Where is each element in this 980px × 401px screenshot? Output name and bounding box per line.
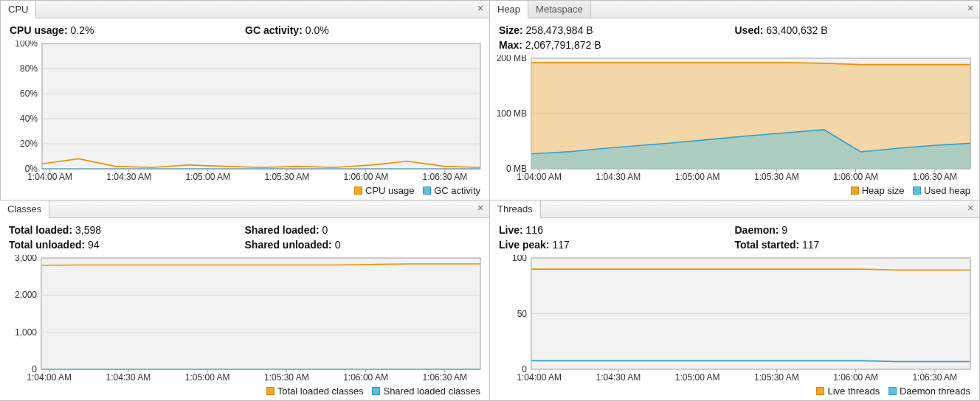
svg-text:1:06:30 AM: 1:06:30 AM bbox=[422, 172, 467, 182]
legend-item: Live threads bbox=[816, 386, 880, 397]
panel-heap: Heap Metaspace × Size: 258,473,984 B Use… bbox=[489, 0, 980, 200]
legend-classes: Total loaded classes Shared loaded class… bbox=[0, 384, 489, 400]
chart-threads: 0501001:04:00 AM1:04:30 AM1:05:00 AM1:05… bbox=[496, 255, 973, 383]
svg-text:3,000: 3,000 bbox=[15, 255, 37, 263]
stats-heap: Size: 258,473,984 B Used: 63,400,632 B M… bbox=[490, 18, 979, 55]
swatch-icon bbox=[423, 186, 431, 195]
swatch-icon bbox=[816, 387, 824, 395]
svg-text:1:04:00 AM: 1:04:00 AM bbox=[27, 172, 72, 182]
stat-cpu-usage: CPU usage: 0.2% bbox=[10, 23, 245, 38]
svg-text:1:06:00 AM: 1:06:00 AM bbox=[833, 372, 878, 383]
stat-live-peak: Live peak: 117 bbox=[499, 237, 735, 252]
tab-threads[interactable]: Threads bbox=[490, 200, 541, 218]
svg-text:1:05:30 AM: 1:05:30 AM bbox=[264, 372, 309, 383]
svg-text:1:04:00 AM: 1:04:00 AM bbox=[27, 372, 72, 383]
chart-heap: 0 MB100 MB200 MB1:04:00 AM1:04:30 AM1:05… bbox=[496, 55, 973, 182]
stat-shared-unloaded: Shared unloaded: 0 bbox=[245, 237, 481, 252]
svg-rect-0 bbox=[42, 43, 480, 169]
tabbar-classes: Classes × bbox=[0, 200, 489, 218]
legend-item: Total loaded classes bbox=[266, 386, 364, 397]
svg-text:100%: 100% bbox=[15, 41, 38, 49]
svg-text:1:06:00 AM: 1:06:00 AM bbox=[833, 172, 878, 182]
swatch-icon bbox=[266, 387, 275, 395]
svg-text:20%: 20% bbox=[20, 139, 38, 149]
svg-text:1:05:00 AM: 1:05:00 AM bbox=[675, 372, 720, 383]
svg-text:1:04:30 AM: 1:04:30 AM bbox=[596, 372, 641, 383]
swatch-icon bbox=[888, 387, 897, 395]
svg-text:1:05:30 AM: 1:05:30 AM bbox=[264, 172, 309, 182]
close-icon[interactable]: × bbox=[475, 3, 486, 15]
legend-item: Heap size bbox=[851, 185, 905, 196]
stat-live: Live: 116 bbox=[499, 223, 735, 237]
swatch-icon bbox=[913, 186, 921, 195]
svg-text:80%: 80% bbox=[20, 63, 38, 74]
tab-heap[interactable]: Heap bbox=[490, 1, 528, 18]
svg-text:1:05:30 AM: 1:05:30 AM bbox=[754, 372, 799, 383]
svg-text:1:06:30 AM: 1:06:30 AM bbox=[912, 172, 957, 182]
stat-total-unloaded: Total unloaded: 94 bbox=[9, 237, 245, 252]
stats-cpu: CPU usage: 0.2% GC activity: 0.0% bbox=[1, 18, 489, 41]
close-icon[interactable]: × bbox=[965, 3, 976, 15]
svg-text:1:06:30 AM: 1:06:30 AM bbox=[912, 372, 957, 383]
swatch-icon bbox=[354, 186, 362, 195]
svg-text:1:06:30 AM: 1:06:30 AM bbox=[422, 372, 467, 383]
stat-gc-activity: GC activity: 0.0% bbox=[245, 23, 480, 38]
svg-text:1:05:00 AM: 1:05:00 AM bbox=[675, 172, 720, 182]
svg-text:2,000: 2,000 bbox=[15, 290, 37, 300]
chart-cpu: 0%20%40%60%80%100%1:04:00 AM1:04:30 AM1:… bbox=[7, 41, 483, 182]
svg-text:1,000: 1,000 bbox=[15, 327, 37, 338]
stat-heap-size: Size: 258,473,984 B bbox=[499, 23, 735, 38]
legend-item: Daemon threads bbox=[888, 386, 970, 397]
svg-text:1:04:00 AM: 1:04:00 AM bbox=[517, 172, 562, 182]
tab-cpu[interactable]: CPU bbox=[1, 1, 36, 18]
stat-shared-loaded: Shared loaded: 0 bbox=[245, 223, 481, 237]
svg-text:1:05:00 AM: 1:05:00 AM bbox=[185, 372, 230, 383]
svg-rect-46 bbox=[41, 258, 480, 369]
svg-text:1:04:00 AM: 1:04:00 AM bbox=[517, 372, 562, 383]
legend-item: CPU usage bbox=[354, 185, 414, 196]
legend-cpu: CPU usage GC activity bbox=[1, 184, 489, 200]
stat-daemon: Daemon: 9 bbox=[735, 223, 971, 237]
svg-text:1:05:30 AM: 1:05:30 AM bbox=[754, 172, 799, 182]
stat-total-loaded: Total loaded: 3,598 bbox=[9, 223, 245, 237]
svg-text:1:04:30 AM: 1:04:30 AM bbox=[106, 372, 151, 383]
svg-text:1:06:00 AM: 1:06:00 AM bbox=[343, 372, 388, 383]
svg-text:100 MB: 100 MB bbox=[497, 108, 527, 119]
panel-cpu: CPU × CPU usage: 0.2% GC activity: 0.0% … bbox=[0, 0, 490, 200]
tabbar-heap: Heap Metaspace × bbox=[490, 1, 979, 18]
svg-text:100: 100 bbox=[512, 255, 527, 263]
tab-classes[interactable]: Classes bbox=[0, 200, 49, 218]
swatch-icon bbox=[851, 186, 859, 195]
tab-metaspace[interactable]: Metaspace bbox=[528, 1, 591, 18]
svg-text:200 MB: 200 MB bbox=[497, 55, 527, 63]
swatch-icon bbox=[372, 387, 380, 395]
svg-text:40%: 40% bbox=[20, 114, 38, 124]
legend-item: GC activity bbox=[423, 185, 480, 196]
stat-heap-max: Max: 2,067,791,872 B bbox=[499, 38, 735, 52]
stats-threads: Live: 116 Daemon: 9 Live peak: 117 Total… bbox=[490, 218, 979, 255]
legend-threads: Live threads Daemon threads bbox=[490, 384, 979, 400]
legend-item: Used heap bbox=[913, 185, 970, 196]
chart-classes: 01,0002,0003,0001:04:00 AM1:04:30 AM1:05… bbox=[6, 255, 483, 383]
svg-text:60%: 60% bbox=[20, 88, 38, 99]
svg-text:50: 50 bbox=[517, 309, 528, 319]
tabbar-cpu: CPU × bbox=[1, 1, 489, 18]
close-icon[interactable]: × bbox=[475, 203, 486, 215]
stat-total-started: Total started: 117 bbox=[735, 237, 971, 252]
stats-classes: Total loaded: 3,598 Shared loaded: 0 Tot… bbox=[0, 218, 489, 255]
panel-classes: Classes × Total loaded: 3,598 Shared loa… bbox=[0, 200, 490, 401]
legend-heap: Heap size Used heap bbox=[490, 184, 979, 200]
stat-heap-used: Used: 63,400,632 B bbox=[735, 23, 971, 38]
panel-threads: Threads × Live: 116 Daemon: 9 Live peak:… bbox=[489, 200, 980, 401]
svg-text:1:04:30 AM: 1:04:30 AM bbox=[596, 172, 641, 182]
tabbar-threads: Threads × bbox=[490, 200, 979, 218]
svg-text:1:04:30 AM: 1:04:30 AM bbox=[106, 172, 151, 182]
close-icon[interactable]: × bbox=[965, 203, 976, 215]
svg-text:1:05:00 AM: 1:05:00 AM bbox=[185, 172, 230, 182]
legend-item: Shared loaded classes bbox=[372, 386, 480, 397]
svg-text:1:06:00 AM: 1:06:00 AM bbox=[343, 172, 388, 182]
